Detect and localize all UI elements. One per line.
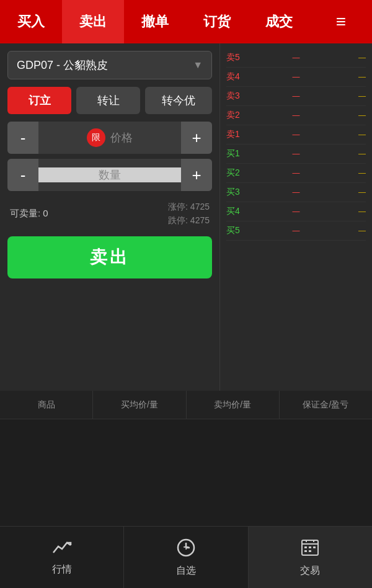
- sell4-qty: —: [348, 73, 366, 81]
- buy2-label: 买2: [226, 167, 244, 179]
- dieting-label: 跌停: 4275: [168, 213, 210, 227]
- buy4-qty: —: [348, 207, 366, 216]
- nav-buy[interactable]: 买入: [0, 0, 62, 43]
- svg-rect-13: [309, 550, 311, 552]
- order-row-buy5: 买5 — —: [226, 221, 366, 241]
- svg-text:+: +: [183, 541, 188, 552]
- buy5-qty: —: [348, 226, 366, 235]
- sell2-price: —: [244, 111, 348, 120]
- tab-commodity[interactable]: 商品: [0, 391, 93, 419]
- buy3-price: —: [244, 188, 348, 197]
- svg-rect-10: [309, 546, 311, 548]
- order-row-buy3: 买3 — —: [226, 183, 366, 202]
- buy4-price: —: [244, 207, 348, 216]
- sell3-price: —: [244, 92, 348, 100]
- sell5-price: —: [244, 53, 348, 62]
- buy1-price: —: [244, 149, 348, 158]
- action-buttons: 订立 转让 转今优: [7, 87, 212, 114]
- left-panel: GDP07 - 公貂熟皮 ▼ 订立 转让 转今优 - 限 价格 + - 数量 +: [0, 43, 220, 391]
- buy4-label: 买4: [226, 206, 244, 217]
- qty-input-center[interactable]: 数量: [38, 167, 181, 182]
- order-row-sell2: 卖2 — —: [226, 106, 366, 125]
- middle-tabs: 商品 买均价/量 卖均价/量 保证金/盈亏: [0, 391, 372, 419]
- buy5-price: —: [244, 226, 348, 235]
- commodity-selector[interactable]: GDP07 - 公貂熟皮 ▼: [7, 51, 212, 79]
- tab-watchlist[interactable]: + 自选: [124, 527, 248, 588]
- trade-label: 交易: [300, 564, 320, 577]
- limit-info: 涨停: 4725 跌停: 4275: [168, 200, 210, 228]
- watchlist-icon: +: [176, 538, 196, 562]
- trade-icon: [300, 538, 320, 562]
- qty-minus-button[interactable]: -: [7, 159, 38, 191]
- tab-margin[interactable]: 保证金/盈亏: [280, 391, 372, 419]
- svg-rect-12: [304, 550, 307, 552]
- tab-trade[interactable]: 交易: [249, 527, 372, 588]
- commodity-label: GDP07 - 公貂熟皮: [17, 58, 108, 73]
- main-area: GDP07 - 公貂熟皮 ▼ 订立 转让 转今优 - 限 价格 + - 数量 +: [0, 43, 372, 391]
- order-row-sell1: 卖1 — —: [226, 125, 366, 145]
- dropdown-arrow-icon: ▼: [193, 60, 203, 71]
- top-nav: 买入 卖出 撤单 订货 成交 ≡: [0, 0, 372, 43]
- buy1-label: 买1: [226, 148, 244, 159]
- buy1-qty: —: [348, 149, 366, 158]
- zhuanjinyou-button[interactable]: 转今优: [145, 87, 212, 114]
- sell1-qty: —: [348, 130, 366, 139]
- order-row-sell5: 卖5 — —: [226, 48, 366, 68]
- nav-deal[interactable]: 成交: [248, 0, 310, 43]
- limit-badge: 限: [87, 128, 105, 147]
- sell1-label: 卖1: [226, 129, 244, 140]
- tab-buy-avg[interactable]: 买均价/量: [93, 391, 186, 419]
- sell2-qty: —: [348, 111, 366, 120]
- sell4-label: 卖4: [226, 71, 244, 82]
- nav-cancel[interactable]: 撤单: [124, 0, 186, 43]
- price-placeholder: 价格: [110, 130, 133, 145]
- qty-placeholder: 数量: [99, 167, 121, 182]
- nav-menu[interactable]: ≡: [310, 0, 372, 43]
- order-row-buy1: 买1 — —: [226, 145, 366, 164]
- order-row-sell3: 卖3 — —: [226, 87, 366, 106]
- sell5-qty: —: [348, 53, 366, 62]
- kemaoliang-label: 可卖量: 0: [10, 208, 48, 220]
- zhangting-label: 涨停: 4725: [168, 200, 210, 213]
- sell2-label: 卖2: [226, 110, 244, 121]
- sell4-price: —: [244, 73, 348, 81]
- sell-button[interactable]: 卖出: [7, 236, 212, 278]
- qty-row: - 数量 +: [7, 159, 212, 191]
- watchlist-label: 自选: [176, 564, 196, 577]
- price-input-center: 限 价格: [38, 128, 181, 147]
- price-plus-button[interactable]: +: [181, 122, 212, 154]
- info-row: 可卖量: 0 涨停: 4725 跌停: 4275: [7, 196, 212, 231]
- qty-plus-button[interactable]: +: [181, 159, 212, 191]
- buy2-qty: —: [348, 169, 366, 177]
- market-icon: [52, 539, 72, 561]
- buy2-price: —: [244, 169, 348, 177]
- svg-rect-11: [313, 546, 316, 548]
- tab-sell-avg[interactable]: 卖均价/量: [187, 391, 280, 419]
- price-row: - 限 价格 +: [7, 122, 212, 154]
- nav-order[interactable]: 订货: [186, 0, 248, 43]
- sell3-label: 卖3: [226, 91, 244, 102]
- zhuanrang-button[interactable]: 转让: [76, 87, 140, 114]
- dingli-button[interactable]: 订立: [7, 87, 71, 114]
- bottom-tabs: 行情 + 自选: [0, 526, 372, 588]
- order-row-buy4: 买4 — —: [226, 202, 366, 221]
- sell1-price: —: [244, 130, 348, 139]
- sell5-label: 卖5: [226, 52, 244, 63]
- buy5-label: 买5: [226, 225, 244, 236]
- order-row-buy2: 买2 — —: [226, 164, 366, 183]
- order-book: 卖5 — — 卖4 — — 卖3 — — 卖2 — — 卖1 — — 买1 — …: [220, 43, 372, 391]
- nav-sell[interactable]: 卖出: [62, 0, 124, 43]
- order-row-sell4: 卖4 — —: [226, 68, 366, 87]
- buy3-label: 买3: [226, 187, 244, 198]
- sell3-qty: —: [348, 92, 366, 100]
- svg-rect-9: [304, 546, 307, 548]
- price-minus-button[interactable]: -: [7, 122, 38, 154]
- tab-market[interactable]: 行情: [0, 527, 124, 588]
- market-label: 行情: [52, 563, 72, 576]
- buy3-qty: —: [348, 188, 366, 197]
